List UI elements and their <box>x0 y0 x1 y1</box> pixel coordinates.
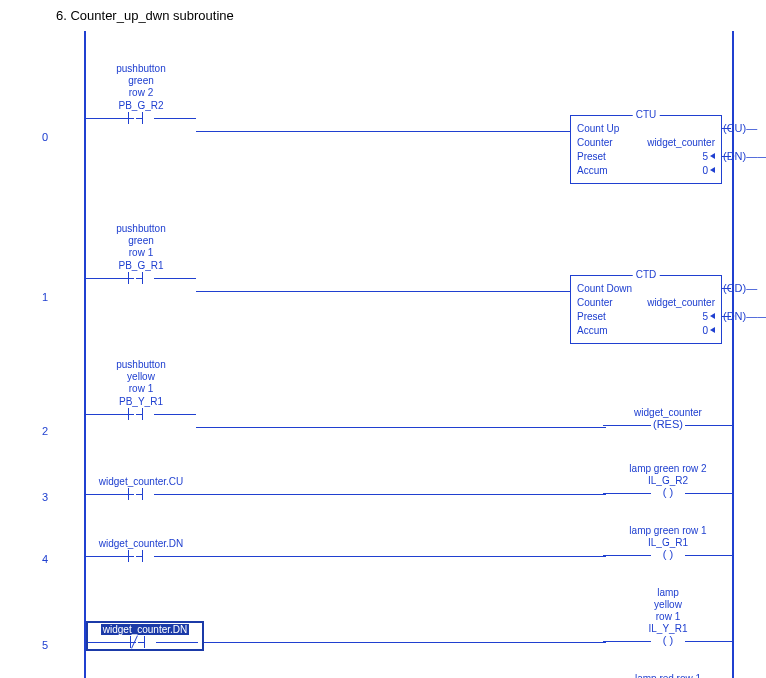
arrow-icon <box>710 327 715 333</box>
dn-output: (DN)—— <box>723 310 766 322</box>
inst-name: Count Down <box>577 283 632 294</box>
value: widget_counter <box>647 297 715 308</box>
xic-icon <box>86 549 196 563</box>
xic-icon <box>86 487 196 501</box>
wire <box>196 427 606 428</box>
coil-description: lamp yellow row 1 <box>603 587 733 623</box>
arrow-icon <box>710 313 715 319</box>
contact-tag: widget_counter.DN <box>86 537 196 549</box>
label: Preset <box>577 311 606 322</box>
contact-description: pushbutton yellow row 1 <box>86 359 196 395</box>
rung-6: 6 widget_counter.OV lamp red row 1 IL_R_… <box>86 661 732 678</box>
coil-il-g-r1: lamp green row 1 IL_G_R1 ( ) <box>603 525 733 562</box>
cd-output: (CD)— <box>723 282 766 294</box>
ctd-instruction: CTD Count Down Counterwidget_counter Pre… <box>570 275 722 344</box>
rung-number: 4 <box>42 553 48 565</box>
coil-description: lamp green row 2 <box>603 463 733 475</box>
value: 5 <box>702 311 708 322</box>
contact-widget-dn-xio-selected[interactable]: widget_counter.DN <box>86 621 204 651</box>
label: Accum <box>577 325 608 336</box>
ote-icon: ( ) <box>651 634 685 646</box>
arrow-icon <box>710 167 715 173</box>
xic-icon <box>86 407 196 421</box>
contact-tag: PB_G_R1 <box>86 259 196 271</box>
contact-widget-dn: widget_counter.DN <box>86 537 196 563</box>
value: 0 <box>702 165 708 176</box>
rung-number: 1 <box>42 291 48 303</box>
wire <box>196 291 572 292</box>
value: 5 <box>702 151 708 162</box>
coil-tag: IL_G_R1 <box>603 537 733 548</box>
coil-il-g-r2: lamp green row 2 IL_G_R2 ( ) <box>603 463 733 500</box>
contact-tag: PB_G_R2 <box>86 99 196 111</box>
coil-label: widget_counter <box>603 407 733 418</box>
arrow-icon <box>710 153 715 159</box>
rung-0: 0 pushbutton green row 2 PB_G_R2 CTU Cou… <box>86 31 732 191</box>
wire <box>196 494 606 495</box>
coil-description: lamp red row 1 <box>603 673 733 678</box>
ladder-diagram: 0 pushbutton green row 2 PB_G_R2 CTU Cou… <box>84 31 734 678</box>
xio-icon <box>88 635 198 649</box>
cu-output: (CU)— <box>723 122 766 134</box>
instruction-header: CTU <box>633 109 660 120</box>
rung-number: 2 <box>42 425 48 437</box>
rung-3: 3 widget_counter.CU lamp green row 2 IL_… <box>86 451 732 513</box>
label: Preset <box>577 151 606 162</box>
rung-5: 5 widget_counter.DN lamp yellow row 1 IL… <box>86 575 732 661</box>
contact-pb-y-r1: pushbutton yellow row 1 PB_Y_R1 <box>86 359 196 421</box>
contact-widget-cu: widget_counter.CU <box>86 475 196 501</box>
coil-il-r-r1: lamp red row 1 IL_R_R1 ( ) <box>603 673 733 678</box>
label: Counter <box>577 137 613 148</box>
contact-pb-g-r2: pushbutton green row 2 PB_G_R2 <box>86 63 196 125</box>
rung-number: 0 <box>42 131 48 143</box>
res-coil: widget_counter (RES) <box>603 407 733 432</box>
dn-output: (DN)—— <box>723 150 766 162</box>
label: Counter <box>577 297 613 308</box>
res-icon: (RES) <box>651 418 685 430</box>
rung-number: 3 <box>42 491 48 503</box>
contact-description: pushbutton green row 1 <box>86 223 196 259</box>
contact-tag: PB_Y_R1 <box>86 395 196 407</box>
contact-tag: widget_counter.CU <box>86 475 196 487</box>
rung-2: 2 pushbutton yellow row 1 PB_Y_R1 widget… <box>86 351 732 451</box>
xic-icon <box>86 111 196 125</box>
label: Accum <box>577 165 608 176</box>
contact-description: pushbutton green row 2 <box>86 63 196 99</box>
rung-1: 1 pushbutton green row 1 PB_G_R1 CTD Cou… <box>86 191 732 351</box>
ote-icon: ( ) <box>651 548 685 560</box>
instruction-header: CTD <box>633 269 660 280</box>
wire <box>196 556 606 557</box>
value: widget_counter <box>647 137 715 148</box>
wire <box>196 131 572 132</box>
wire <box>204 642 606 643</box>
page-title: 6. Counter_up_dwn subroutine <box>0 0 766 31</box>
coil-tag: IL_Y_R1 <box>603 623 733 634</box>
rung-number: 5 <box>42 639 48 651</box>
coil-tag: IL_G_R2 <box>603 475 733 486</box>
contact-tag: widget_counter.DN <box>101 624 190 635</box>
contact-pb-g-r1: pushbutton green row 1 PB_G_R1 <box>86 223 196 285</box>
coil-il-y-r1: lamp yellow row 1 IL_Y_R1 ( ) <box>603 587 733 648</box>
ote-icon: ( ) <box>651 486 685 498</box>
coil-description: lamp green row 1 <box>603 525 733 537</box>
inst-name: Count Up <box>577 123 619 134</box>
rung-4: 4 widget_counter.DN lamp green row 1 IL_… <box>86 513 732 575</box>
ctu-instruction: CTU Count Up Counterwidget_counter Prese… <box>570 115 722 184</box>
value: 0 <box>702 325 708 336</box>
xic-icon <box>86 271 196 285</box>
